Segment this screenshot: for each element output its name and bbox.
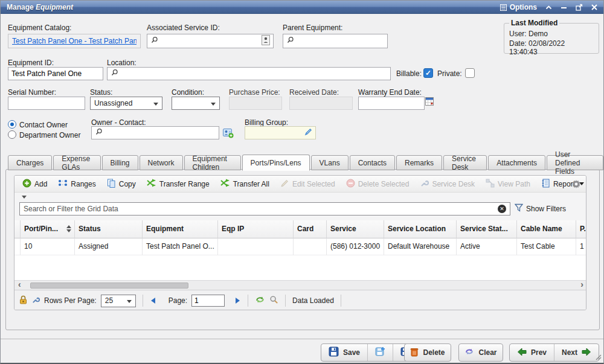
scrollbar-thumb[interactable] — [30, 283, 188, 289]
billing-group-field[interactable] — [245, 126, 316, 139]
equipment-catalog-link[interactable]: Test Patch Panel One - Test Patch Panel … — [12, 37, 137, 45]
department-owner-radio[interactable] — [8, 130, 16, 139]
resize-grip[interactable] — [594, 353, 602, 362]
column-header-service[interactable]: Service — [327, 220, 384, 238]
delete-button[interactable]: Delete — [404, 343, 451, 362]
gear-icon[interactable] — [571, 179, 581, 191]
column-header-status[interactable]: Status — [75, 220, 143, 238]
popout-icon[interactable] — [576, 4, 583, 11]
title-bar[interactable]: Manage Equipment Options — [1, 1, 603, 14]
horizontal-scrollbar[interactable]: ‹ › — [14, 280, 586, 290]
parent-equipment-input[interactable] — [297, 37, 384, 45]
contact-owner-radio[interactable] — [8, 120, 16, 129]
cell-equipment[interactable]: Test Patch Panel O... — [143, 238, 218, 255]
transfer-range-button[interactable]: Transfer Range — [143, 177, 214, 190]
save-button[interactable]: Save — [321, 344, 367, 361]
prev-button[interactable]: Prev — [510, 344, 554, 361]
tab-ports-pins-lens[interactable]: Ports/Pins/Lens — [242, 155, 310, 171]
status-label: Status: — [90, 88, 112, 97]
clear-button[interactable]: Clear — [458, 343, 503, 362]
page-number-input[interactable] — [191, 295, 225, 307]
location-input[interactable] — [121, 69, 387, 78]
add-contact-icon[interactable] — [223, 127, 234, 138]
column-header-port-pin-[interactable]: Port/Pin... — [21, 220, 75, 238]
status-select[interactable]: Unassigned — [90, 97, 162, 110]
scroll-left-icon[interactable]: ‹ — [18, 279, 21, 289]
wrench-icon[interactable] — [31, 296, 40, 306]
location-field[interactable] — [107, 67, 391, 80]
cell-eqp-ip[interactable] — [218, 238, 294, 255]
show-filters-button[interactable]: Show Filters — [515, 203, 566, 214]
billable-checkbox[interactable]: ✓ — [423, 68, 433, 78]
equipment-id-input[interactable] — [11, 69, 100, 78]
transfer-all-button[interactable]: Transfer All — [216, 177, 274, 190]
sort-icon[interactable] — [66, 225, 71, 232]
collapse-icon[interactable] — [545, 5, 552, 10]
billing-group-input[interactable] — [248, 129, 302, 137]
minimize-icon[interactable] — [561, 5, 567, 10]
quick-search-icon[interactable] — [269, 295, 278, 306]
toolbar-overflow-caret[interactable] — [22, 196, 27, 199]
cell-service[interactable]: (586) 012-3000 — [327, 238, 384, 255]
edit-pencil-icon[interactable] — [304, 128, 312, 138]
tab-vlans[interactable]: VLans — [311, 155, 349, 170]
serial-number-field[interactable] — [8, 97, 85, 110]
lock-icon[interactable] — [19, 295, 27, 306]
copy-button[interactable]: Copy — [103, 177, 140, 191]
column-header-equipment[interactable]: Equipment — [143, 220, 218, 238]
rows-per-page-select[interactable]: 25 — [101, 295, 136, 307]
cell-status[interactable]: Assigned — [75, 238, 143, 255]
refresh-icon[interactable] — [255, 295, 265, 306]
grid-search-input[interactable] — [24, 205, 498, 213]
tab-charges[interactable]: Charges — [8, 155, 52, 170]
tab-expense-glas[interactable]: Expense GLAs — [53, 155, 100, 170]
previous-page-icon[interactable] — [150, 297, 156, 304]
add-button[interactable]: Add — [18, 177, 51, 191]
tab-remarks[interactable]: Remarks — [396, 155, 442, 170]
save-and-new-button[interactable] — [367, 344, 393, 361]
next-button[interactable]: Next — [554, 344, 599, 361]
associated-service-id-field[interactable] — [147, 34, 274, 48]
tab-user-defined-fields[interactable]: User Defined Fields — [547, 155, 603, 170]
tab-billing[interactable]: Billing — [102, 155, 138, 170]
equipment-id-field[interactable] — [8, 67, 103, 80]
table-row[interactable]: 10AssignedTest Patch Panel O...(586) 012… — [14, 238, 586, 255]
calendar-icon[interactable] — [425, 97, 434, 106]
tab-contacts[interactable]: Contacts — [350, 155, 395, 170]
tab-attachments[interactable]: Attachments — [488, 155, 545, 170]
service-picker-icon[interactable] — [262, 35, 270, 47]
column-header-eqp-ip[interactable]: Eqp IP — [218, 220, 294, 238]
ranges-button[interactable]: Ranges — [54, 177, 100, 190]
serial-number-input[interactable] — [11, 99, 82, 107]
tab-service-desk[interactable]: Service Desk — [443, 155, 487, 170]
grid-search-field[interactable]: ✕ — [19, 202, 510, 216]
cell-cable-name[interactable]: Test Cable — [517, 238, 576, 255]
column-header-service-location[interactable]: Service Location — [384, 220, 457, 238]
cell-p-[interactable]: 1 — [576, 238, 586, 255]
warranty-end-date-input[interactable] — [362, 99, 421, 107]
tab-network[interactable]: Network — [140, 155, 183, 170]
equipment-catalog-label: Equipment Catalog: — [8, 24, 71, 32]
column-header-service-stat-[interactable]: Service Stat... — [457, 220, 517, 238]
parent-equipment-field[interactable] — [283, 34, 388, 48]
owner-contact-field[interactable] — [91, 126, 219, 139]
warranty-end-date-field[interactable] — [358, 97, 425, 110]
tab-equipment-children[interactable]: Equipment Children — [184, 155, 241, 170]
cell-service-location[interactable]: Default Warehouse — [384, 238, 457, 255]
private-checkbox[interactable] — [465, 68, 475, 78]
column-header-card[interactable]: Card — [294, 220, 327, 238]
cell-port-pin-[interactable]: 10 — [21, 238, 75, 255]
column-header-p-[interactable]: P... — [576, 220, 586, 238]
scroll-right-icon[interactable]: › — [580, 279, 583, 289]
cell-service-stat-[interactable]: Active — [457, 238, 517, 255]
associated-service-id-input[interactable] — [161, 37, 259, 45]
next-page-icon[interactable] — [235, 297, 241, 304]
contact-owner-label: Contact Owner — [19, 121, 68, 129]
owner-contact-input[interactable] — [105, 129, 216, 137]
close-icon[interactable] — [591, 4, 597, 10]
options-button[interactable]: Options — [500, 3, 537, 11]
condition-select[interactable] — [172, 97, 220, 110]
clear-search-icon[interactable]: ✕ — [498, 205, 506, 213]
column-header-cable-name[interactable]: Cable Name — [517, 220, 576, 238]
cell-card[interactable] — [294, 238, 327, 255]
